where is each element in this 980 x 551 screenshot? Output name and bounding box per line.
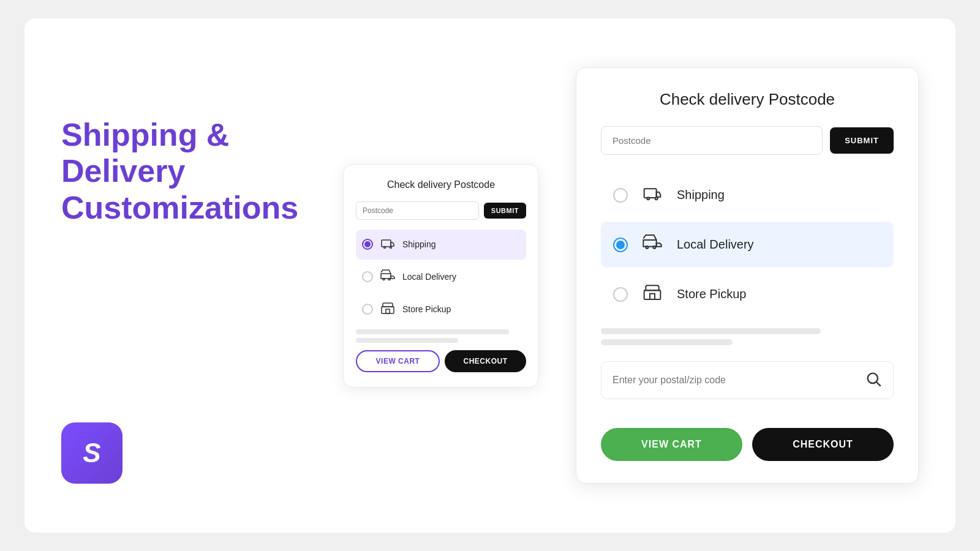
svg-point-14 — [868, 373, 878, 383]
small-option-label-local-delivery: Local Delivery — [402, 272, 456, 282]
svg-rect-6 — [386, 309, 390, 313]
svg-rect-13 — [650, 294, 655, 299]
large-card-title: Check delivery Postcode — [601, 90, 894, 109]
small-radio-store-pickup — [362, 304, 373, 315]
svg-rect-0 — [382, 240, 391, 247]
postal-search-input[interactable] — [612, 375, 859, 386]
left-section: Shipping & Delivery Customizations S — [61, 18, 318, 533]
small-postcode-input[interactable] — [356, 201, 479, 220]
large-option-local-delivery[interactable]: Local Delivery — [601, 222, 894, 268]
small-radio-shipping — [362, 239, 373, 250]
store-pickup-icon-large — [640, 282, 665, 306]
small-option-label-store-pickup: Store Pickup — [402, 304, 451, 314]
small-skeleton-lines — [356, 329, 526, 343]
svg-point-10 — [646, 246, 648, 249]
shipping-icon-large — [640, 183, 665, 207]
svg-point-8 — [647, 197, 649, 200]
large-card: Check delivery Postcode SUBMIT Shipping — [576, 67, 919, 484]
local-delivery-icon-small — [379, 268, 396, 286]
store-pickup-icon-small — [379, 301, 396, 318]
small-checkout-button[interactable]: CHECKOUT — [445, 350, 526, 372]
svg-rect-12 — [644, 290, 661, 299]
main-title: Shipping & Delivery Customizations — [61, 117, 318, 227]
skeleton-line-1 — [356, 329, 509, 334]
svg-rect-7 — [644, 189, 657, 198]
large-radio-shipping — [613, 188, 628, 203]
svg-point-4 — [388, 278, 390, 280]
small-radio-inner-shipping — [364, 241, 371, 247]
svg-point-1 — [384, 246, 386, 248]
outer-card: Shipping & Delivery Customizations S Che… — [24, 18, 956, 533]
small-card-title: Check delivery Postcode — [356, 179, 526, 190]
large-option-label-shipping: Shipping — [677, 188, 725, 202]
small-option-label-shipping: Shipping — [402, 239, 436, 249]
app-icon-letter: S — [83, 438, 100, 468]
postal-search-row — [601, 361, 894, 399]
large-radio-store-pickup — [613, 287, 628, 302]
large-skeleton-line-1 — [601, 328, 821, 334]
large-radio-local-delivery — [613, 238, 628, 252]
small-card-buttons: VIEW CART CHECKOUT — [356, 350, 526, 372]
small-option-store-pickup[interactable]: Store Pickup — [356, 294, 526, 324]
large-view-cart-button[interactable]: VIEW CART — [601, 428, 742, 461]
local-delivery-icon-large — [640, 233, 665, 257]
svg-point-3 — [383, 278, 385, 280]
large-radio-inner-local-delivery — [616, 241, 625, 249]
svg-point-9 — [655, 197, 658, 200]
small-view-cart-button[interactable]: VIEW CART — [356, 350, 440, 372]
large-option-store-pickup[interactable]: Store Pickup — [601, 271, 894, 317]
large-option-label-local-delivery: Local Delivery — [677, 238, 754, 252]
small-postcode-row: SUBMIT — [356, 201, 526, 220]
small-option-shipping[interactable]: Shipping — [356, 230, 526, 260]
large-postcode-row: SUBMIT — [601, 126, 894, 155]
search-icon — [865, 370, 882, 390]
svg-point-11 — [653, 246, 655, 249]
large-card-buttons: VIEW CART CHECKOUT — [601, 428, 894, 461]
large-skeleton-lines — [601, 328, 894, 350]
svg-rect-5 — [382, 307, 394, 313]
large-postcode-input[interactable] — [601, 126, 823, 155]
svg-line-15 — [876, 382, 880, 386]
shipping-icon — [379, 236, 396, 253]
large-option-shipping[interactable]: Shipping — [601, 172, 894, 218]
small-submit-button[interactable]: SUBMIT — [484, 203, 526, 219]
app-icon: S — [61, 422, 123, 484]
small-card: Check delivery Postcode SUBMIT Shipping — [343, 164, 539, 388]
large-checkout-button[interactable]: CHECKOUT — [752, 428, 894, 461]
svg-point-2 — [390, 246, 392, 248]
skeleton-line-2 — [356, 338, 458, 343]
small-radio-local-delivery — [362, 271, 373, 282]
large-option-label-store-pickup: Store Pickup — [677, 287, 746, 301]
large-skeleton-line-2 — [601, 339, 733, 345]
large-submit-button[interactable]: SUBMIT — [830, 127, 894, 154]
small-option-local-delivery[interactable]: Local Delivery — [356, 262, 526, 292]
